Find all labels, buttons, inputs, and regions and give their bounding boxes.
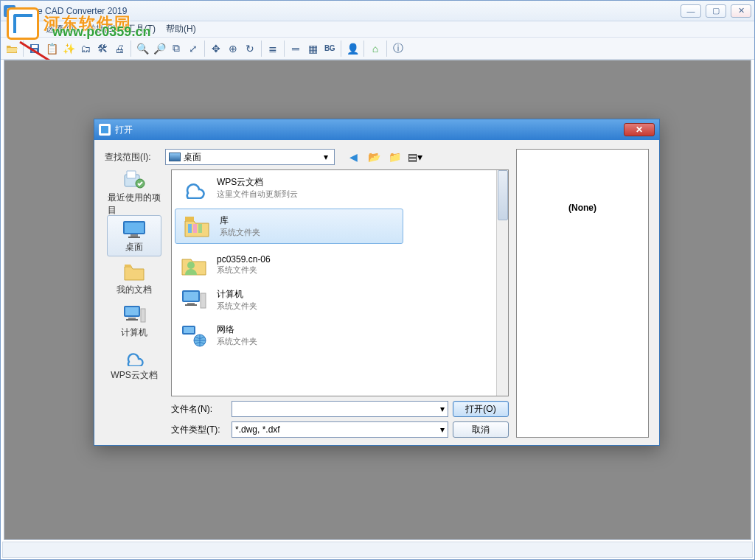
back-icon[interactable]: ◀ (345, 149, 361, 165)
grid-icon[interactable]: ▦ (305, 41, 321, 57)
svg-rect-26 (184, 327, 194, 333)
close-button[interactable]: ✕ (731, 4, 751, 18)
svg-rect-15 (185, 217, 194, 221)
zoom-out-icon[interactable]: 🔎 (151, 41, 167, 57)
zoom-extents-icon[interactable]: ⤢ (185, 41, 201, 57)
svg-rect-2 (32, 49, 37, 52)
chevron-down-icon: ▾ (440, 424, 445, 435)
scrollbar[interactable] (496, 170, 508, 396)
pan-icon[interactable]: ✥ (208, 41, 224, 57)
place-documents[interactable]: 我的文档 (107, 258, 161, 299)
cloud-icon (178, 174, 209, 202)
filetype-select[interactable]: *.dwg, *.dxf ▾ (232, 421, 448, 438)
up-folder-icon[interactable]: 📂 (366, 149, 382, 165)
svg-rect-11 (125, 307, 139, 315)
file-item-network[interactable]: 网络系统文件夹 (172, 318, 508, 353)
library-icon (181, 212, 212, 240)
file-name: 网络 (217, 323, 257, 336)
open-button[interactable]: 打开(O) (453, 401, 509, 417)
zoom-in-icon[interactable]: 🔍 (134, 41, 150, 57)
filetype-value: *.dwg, *.dxf (235, 424, 280, 435)
status-bar (2, 542, 753, 558)
menu-help[interactable]: 帮助(H) (166, 23, 196, 35)
lookin-value: 桌面 (184, 151, 201, 164)
dialog-titlebar: 打开 ✕ (94, 119, 659, 140)
wand-icon[interactable]: ✨ (60, 41, 77, 57)
svg-rect-13 (128, 318, 136, 319)
open-icon[interactable] (4, 41, 20, 57)
place-wps[interactable]: WPS云文档 (107, 343, 161, 385)
layer-icon[interactable]: ≣ (265, 41, 281, 57)
dialog-close-button[interactable]: ✕ (624, 123, 655, 136)
svg-rect-8 (131, 234, 138, 237)
file-sub: 这里文件自动更新到云 (217, 189, 298, 200)
file-item-wps[interactable]: WPS云文档这里文件自动更新到云 (172, 170, 508, 206)
svg-rect-12 (141, 309, 145, 322)
home-icon[interactable]: ⌂ (367, 41, 383, 57)
filename-label: 文件名(N): (171, 403, 227, 416)
svg-rect-16 (188, 224, 192, 233)
minimize-button[interactable]: — (681, 4, 701, 18)
svg-rect-9 (128, 237, 140, 238)
svg-rect-17 (193, 224, 197, 233)
file-sub: 系统文件夹 (217, 265, 271, 276)
zoom-window-icon[interactable]: ⧉ (168, 41, 184, 57)
print-icon[interactable]: 🖨 (111, 41, 128, 57)
place-label: 最近使用的项目 (108, 192, 161, 217)
place-label: WPS云文档 (111, 369, 157, 382)
menu-file[interactable]: 文件(F) (7, 23, 35, 35)
menu-options[interactable]: 选项(O) (46, 23, 76, 35)
svg-rect-22 (201, 293, 206, 308)
file-name: 库 (220, 214, 260, 227)
documents-icon (122, 262, 147, 282)
dialog-icon (99, 124, 111, 136)
svg-rect-23 (187, 303, 195, 304)
lookin-combo[interactable]: 桌面 ▾ (165, 149, 335, 165)
options-icon[interactable]: 🛠 (94, 41, 111, 57)
batch-icon[interactable]: 🗂 (77, 41, 94, 57)
recent-icon (122, 169, 147, 190)
place-desktop[interactable]: 桌面 (107, 215, 161, 256)
dialog-title: 打开 (115, 124, 133, 136)
background-icon[interactable]: BG (321, 41, 338, 57)
chevron-down-icon: ▾ (321, 152, 331, 162)
desktop-icon (169, 153, 181, 161)
file-item-library[interactable]: 库系统文件夹 (175, 209, 403, 244)
file-name: pc0359.cn-06 (217, 254, 271, 265)
user-folder-icon (178, 251, 209, 279)
file-item-user[interactable]: pc0359.cn-06系统文件夹 (172, 247, 508, 282)
svg-rect-18 (198, 224, 202, 233)
place-recent[interactable]: 最近使用的项目 (107, 172, 161, 214)
toolbar: 📋 ✨ 🗂 🛠 🖨 🔍 🔎 ⧉ ⤢ ✥ ⊕ ↻ ≣ ═ ▦ BG 👤 ⌂ ⓘ (1, 38, 754, 60)
svg-rect-1 (32, 45, 38, 48)
lookin-label: 查找范围(I): (105, 151, 161, 164)
cancel-button[interactable]: 取消 (453, 421, 509, 438)
info-icon[interactable]: ⓘ (390, 41, 406, 57)
preview-text: (None) (568, 203, 596, 213)
computer-icon (122, 304, 147, 325)
views-icon[interactable]: ▤▾ (407, 149, 423, 165)
zoom-realtime-icon[interactable]: ⊕ (225, 41, 241, 57)
svg-rect-24 (185, 304, 197, 306)
filename-input[interactable]: ▾ (232, 401, 448, 417)
file-list[interactable]: WPS云文档这里文件自动更新到云 库系统文件夹 pc0359.cn-06系统文件… (171, 169, 509, 396)
network-icon (178, 321, 209, 349)
regen-icon[interactable]: ↻ (242, 41, 258, 57)
new-folder-icon[interactable]: 📁 (386, 149, 403, 165)
copy-icon[interactable]: 📋 (44, 41, 60, 57)
scrollbar-thumb[interactable] (498, 170, 508, 220)
window-title: Acme CAD Converter 2019 (20, 6, 681, 16)
lookin-row: 查找范围(I): 桌面 ▾ ◀ 📂 📁 ▤▾ (105, 149, 509, 165)
svg-point-19 (187, 262, 195, 269)
app-icon: ◧ (4, 5, 15, 17)
save-icon[interactable] (27, 41, 43, 57)
menu-convert[interactable]: 转换(B) (87, 23, 116, 35)
menu-tools[interactable]: 工具(T) (127, 23, 156, 35)
menubar: 文件(F) 选项(O) 转换(B) 工具(T) 帮助(H) (1, 21, 754, 38)
user-icon[interactable]: 👤 (344, 41, 361, 57)
place-computer[interactable]: 计算机 (107, 301, 161, 342)
line-icon[interactable]: ═ (288, 41, 304, 57)
maximize-button[interactable]: ▢ (706, 4, 726, 18)
place-label: 我的文档 (116, 284, 152, 296)
file-item-computer[interactable]: 计算机系统文件夹 (172, 282, 508, 318)
